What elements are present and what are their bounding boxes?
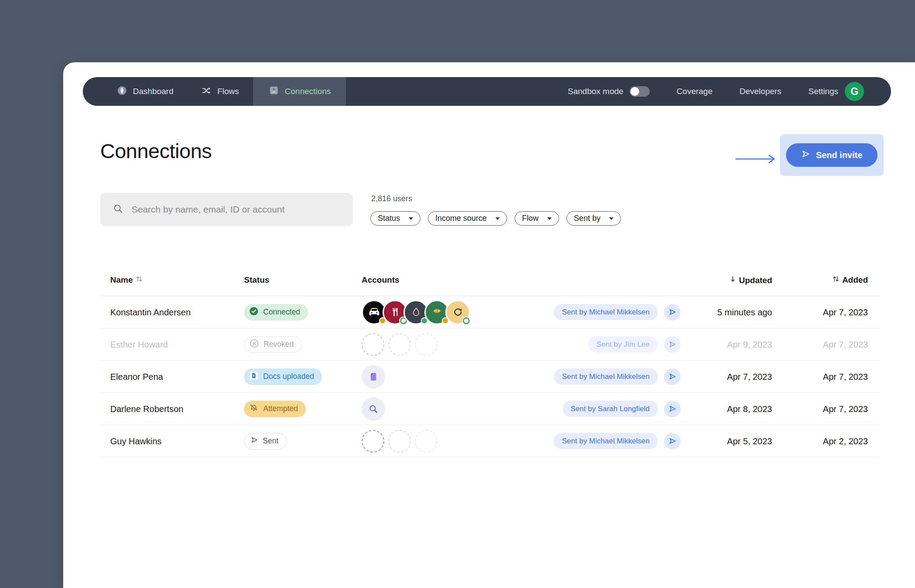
dashboard-icon	[117, 85, 127, 98]
accounts-cell	[362, 300, 466, 324]
empty-dashed-circle	[415, 333, 437, 356]
toggle-knob	[630, 87, 639, 96]
nav-item-label: Dashboard	[133, 87, 173, 96]
refresh-icon	[445, 300, 470, 324]
column-header-status: Status	[244, 275, 269, 285]
nav-item-label: Connections	[285, 87, 331, 96]
document-icon	[362, 365, 385, 389]
column-header-added[interactable]: Added	[833, 275, 868, 285]
top-navigation: Dashboard Flows Connections Sandbox mode…	[83, 77, 891, 106]
updated-value: Apr 9, 2023	[727, 339, 772, 349]
send-invite-highlight: Send invite	[780, 134, 884, 176]
connection-name: Darlene Robertson	[110, 404, 183, 414]
resend-invite-button[interactable]	[664, 336, 681, 353]
nav-item-flows[interactable]: Flows	[201, 85, 239, 98]
filter-sent-by[interactable]: Sent by	[566, 211, 621, 226]
connections-table: Name Status Accounts Updated	[100, 264, 880, 457]
sent-by-chip[interactable]: Sent by Sarah Longfield	[563, 401, 658, 417]
user-avatar[interactable]: G	[845, 82, 864, 101]
filter-income-source[interactable]: Income source	[428, 211, 507, 226]
updated-value: Apr 7, 2023	[727, 372, 772, 382]
status-badge-sent: Sent	[244, 433, 287, 449]
doc-upload-icon	[249, 371, 259, 383]
connection-name: Eleanor Pena	[110, 372, 163, 382]
table-row[interactable]: Eleanor Pena Docs uploaded Sent by Micha…	[100, 361, 880, 393]
empty-dashed-circle	[362, 430, 384, 453]
column-header-accounts: Accounts	[362, 275, 400, 285]
pointer-arrow-icon	[735, 154, 777, 166]
updated-value: Apr 8, 2023	[727, 404, 772, 414]
nav-link-coverage[interactable]: Coverage	[677, 87, 712, 96]
nav-item-label: Flows	[217, 87, 239, 96]
search-input[interactable]	[132, 204, 341, 215]
empty-dashed-circle	[362, 333, 384, 356]
users-count: 2,816 users	[371, 194, 412, 203]
connection-name: Guy Hawkins	[110, 436, 162, 446]
check-circle-icon	[249, 306, 259, 318]
added-value: Apr 7, 2023	[823, 339, 868, 349]
main-card: Dashboard Flows Connections Sandbox mode…	[63, 62, 915, 588]
chevron-down-icon	[609, 217, 613, 220]
updated-value: 5 minutes ago	[717, 307, 772, 317]
updated-value: Apr 5, 2023	[727, 436, 772, 446]
table-row[interactable]: Esther Howard Revoked Sent by Jim Lee	[100, 328, 880, 361]
table-row[interactable]: Guy Hawkins Sent Sent by Michael Mikkels…	[100, 425, 880, 457]
send-icon	[801, 149, 810, 161]
column-header-name[interactable]: Name	[110, 275, 142, 285]
table-row[interactable]: Darlene Robertson Attempted Sent by Sara…	[100, 393, 880, 425]
bell-slash-icon	[249, 403, 259, 415]
filter-flow[interactable]: Flow	[515, 211, 559, 226]
added-value: Apr 7, 2023	[823, 372, 868, 382]
resend-invite-button[interactable]	[664, 401, 681, 417]
accounts-cell	[362, 365, 385, 389]
status-dot-green-ring	[463, 317, 470, 324]
resend-invite-button[interactable]	[664, 304, 681, 321]
nav-link-developers[interactable]: Developers	[739, 87, 781, 96]
status-badge-docs-uploaded: Docs uploaded	[244, 368, 322, 385]
column-header-updated[interactable]: Updated	[730, 275, 772, 285]
sent-by-chip[interactable]: Sent by Michael Mikkelsen	[554, 368, 658, 385]
accounts-cell	[362, 397, 385, 421]
resend-invite-button[interactable]	[664, 433, 681, 449]
sandbox-mode-toggle[interactable]	[630, 86, 650, 97]
accounts-cell	[362, 430, 441, 453]
sent-by-chip[interactable]: Sent by Jim Lee	[588, 336, 658, 352]
search-bar	[100, 193, 353, 226]
added-value: Apr 7, 2023	[823, 404, 868, 414]
added-value: Apr 7, 2023	[823, 307, 868, 317]
magnifier-icon	[362, 397, 385, 421]
status-badge-revoked: Revoked	[244, 336, 302, 353]
chevron-down-icon	[409, 217, 413, 220]
person-card-icon	[268, 85, 279, 98]
chevron-down-icon	[547, 217, 552, 220]
sent-by-chip[interactable]: Sent by Michael Mikkelsen	[554, 304, 658, 320]
sent-by-chip[interactable]: Sent by Michael Mikkelsen	[554, 433, 658, 449]
x-circle-icon	[249, 338, 259, 351]
filter-status[interactable]: Status	[370, 211, 420, 226]
nav-item-dashboard[interactable]: Dashboard	[117, 85, 173, 98]
nav-link-settings[interactable]: Settings	[808, 87, 838, 96]
shuffle-icon	[201, 85, 212, 98]
chevron-down-icon	[495, 217, 500, 220]
empty-dashed-circle	[415, 430, 437, 453]
connection-name: Konstantin Andersen	[110, 307, 191, 317]
accounts-cell	[362, 333, 441, 356]
page-title: Connections	[100, 139, 212, 163]
empty-dashed-circle	[388, 333, 411, 356]
status-badge-attempted: Attempted	[244, 401, 306, 417]
connection-name: Esther Howard	[110, 339, 168, 349]
resend-invite-button[interactable]	[664, 368, 681, 385]
nav-right-group: Sandbox mode Coverage Developers Setting…	[568, 82, 864, 101]
table-row[interactable]: Konstantin Andersen Connected	[100, 296, 880, 328]
status-badge-connected: Connected	[244, 304, 308, 321]
sort-up-down-icon	[833, 275, 839, 285]
search-icon	[112, 203, 124, 216]
sort-up-down-icon	[136, 275, 142, 285]
sandbox-mode-label: Sandbox mode	[568, 87, 624, 96]
table-header: Name Status Accounts Updated	[100, 264, 880, 296]
nav-item-connections[interactable]: Connections	[253, 77, 346, 106]
send-invite-button[interactable]: Send invite	[786, 143, 878, 167]
sandbox-mode-control: Sandbox mode	[568, 86, 650, 97]
send-icon	[251, 436, 258, 446]
filter-bar: Status Income source Flow Sent by	[370, 211, 621, 226]
